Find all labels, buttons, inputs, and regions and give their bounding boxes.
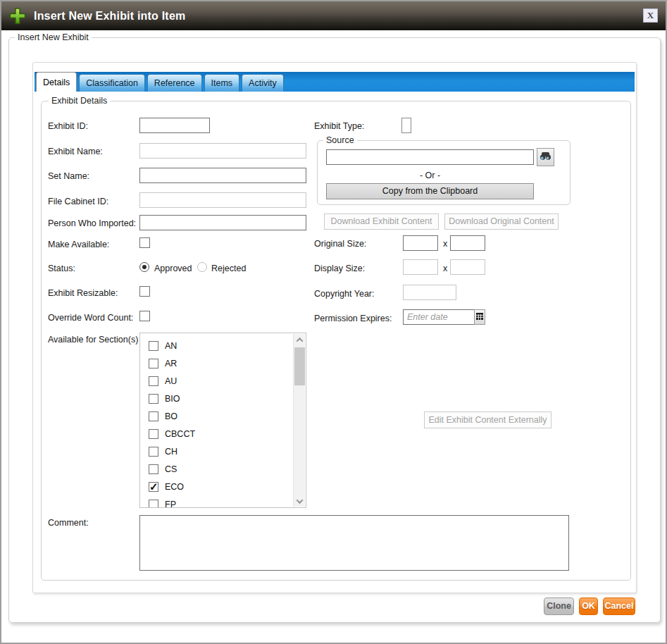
scroll-down-icon[interactable]	[294, 495, 306, 507]
section-checkbox[interactable]	[149, 411, 158, 421]
list-item: ECO	[140, 478, 293, 495]
status-approved-label: Approved	[154, 264, 192, 273]
scroll-up-icon[interactable]	[294, 334, 306, 345]
list-item: BIO	[140, 390, 293, 407]
permission-expires-label: Permission Expires:	[314, 314, 392, 323]
section-checkbox[interactable]	[149, 359, 158, 369]
source-legend: Source	[323, 135, 357, 145]
list-item: CS	[140, 460, 293, 478]
display-width-input[interactable]	[403, 259, 438, 275]
comment-textarea[interactable]	[139, 515, 569, 571]
exhibit-name-input[interactable]	[139, 143, 306, 159]
list-item: AR	[140, 354, 293, 372]
list-item: CBCCT	[140, 425, 293, 442]
person-who-imported-label: Person Who Imported:	[48, 218, 136, 228]
exhibit-resizable-checkbox[interactable]	[139, 286, 150, 297]
plus-icon	[8, 6, 27, 26]
section-checkbox[interactable]	[149, 482, 158, 492]
ok-button[interactable]: OK	[579, 597, 598, 615]
window-title: Insert New Exhibit into Item	[34, 10, 185, 23]
tab-items[interactable]: Items	[204, 74, 240, 92]
exhibit-id-input[interactable]	[139, 118, 210, 133]
section-checkbox[interactable]	[149, 376, 158, 386]
make-available-label: Make Available:	[48, 240, 109, 249]
section-checkbox[interactable]	[149, 429, 158, 439]
exhibit-type-label: Exhibit Type:	[314, 121, 364, 131]
override-word-count-checkbox[interactable]	[139, 311, 150, 321]
list-item: FP	[140, 495, 293, 508]
section-checkbox[interactable]	[149, 341, 158, 351]
section-checkbox[interactable]	[149, 394, 158, 404]
comment-label: Comment:	[48, 518, 89, 528]
exhibit-id-label: Exhibit ID:	[48, 121, 88, 131]
list-item: AN	[140, 337, 293, 354]
source-group: Source - Or - Copy from the Clipboard	[317, 140, 571, 205]
tab-strip: Details Classification Reference Items A…	[35, 72, 635, 92]
person-who-imported-input[interactable]	[139, 215, 306, 230]
file-cabinet-id-input[interactable]	[139, 192, 306, 208]
list-item: BO	[140, 407, 293, 425]
original-size-label: Original Size:	[314, 239, 366, 249]
original-height-input[interactable]	[450, 235, 485, 251]
status-approved-radio[interactable]	[139, 262, 149, 272]
section-checkbox[interactable]	[149, 464, 158, 474]
source-search-button[interactable]	[537, 148, 554, 166]
status-rejected-radio[interactable]	[197, 262, 207, 272]
set-name-label: Set Name:	[48, 171, 89, 181]
sections-scrollbar[interactable]	[293, 334, 305, 507]
copyright-year-label: Copyright Year:	[314, 289, 374, 299]
available-for-sections-label: Available for Section(s)	[48, 335, 138, 345]
clone-button[interactable]: Clone	[544, 597, 574, 615]
edit-exhibit-content-externally-button[interactable]: Edit Exhibit Content Externally	[424, 411, 551, 428]
calendar-icon	[476, 312, 483, 322]
set-name-input[interactable]	[139, 168, 306, 183]
source-input[interactable]	[326, 149, 534, 165]
original-size-separator: x	[443, 239, 447, 249]
exhibit-name-label: Exhibit Name:	[48, 147, 103, 156]
list-item: AU	[140, 372, 293, 390]
insert-new-exhibit-legend: Insert New Exhibit	[15, 32, 92, 42]
close-button[interactable]: X	[643, 8, 658, 23]
exhibit-resizable-label: Exhibit Resizable:	[48, 288, 118, 298]
sections-listbox[interactable]: AN AR AU BIO BO CBCCT CH CS ECO FP	[139, 333, 306, 508]
file-cabinet-id-label: File Cabinet ID:	[48, 197, 108, 206]
exhibit-type-box[interactable]	[401, 118, 411, 133]
original-width-input[interactable]	[403, 235, 438, 251]
copyright-year-input[interactable]	[403, 285, 456, 300]
cancel-button[interactable]: Cancel	[603, 597, 635, 615]
tab-classification[interactable]: Classification	[79, 74, 145, 92]
download-original-content-button[interactable]: Download Original Content	[444, 213, 559, 230]
status-rejected-label: Rejected	[211, 264, 246, 273]
permission-expires-input[interactable]	[403, 309, 475, 325]
section-checkbox[interactable]	[149, 500, 158, 509]
override-word-count-label: Override Word Count:	[48, 313, 133, 323]
display-size-separator: x	[443, 264, 447, 273]
display-height-input[interactable]	[450, 259, 485, 275]
dialog-window: Insert New Exhibit into Item X Insert Ne…	[0, 0, 667, 644]
tab-details[interactable]: Details	[36, 72, 77, 92]
scrollbar-thumb[interactable]	[294, 347, 305, 385]
title-bar: Insert New Exhibit into Item X	[1, 1, 666, 30]
exhibit-details-legend: Exhibit Details	[49, 96, 110, 106]
list-item: CH	[140, 442, 293, 460]
date-picker-button[interactable]	[474, 309, 485, 325]
copy-from-clipboard-button[interactable]: Copy from the Clipboard	[326, 183, 534, 199]
tab-activity[interactable]: Activity	[242, 74, 284, 92]
section-checkbox[interactable]	[149, 447, 158, 457]
or-separator: - Or -	[326, 171, 534, 180]
download-exhibit-content-button[interactable]: Download Exhibit Content	[324, 213, 439, 230]
make-available-checkbox[interactable]	[139, 237, 150, 248]
tab-reference[interactable]: Reference	[147, 74, 202, 92]
binoculars-icon	[540, 151, 551, 163]
display-size-label: Display Size:	[314, 264, 365, 273]
status-label: Status:	[48, 264, 75, 273]
